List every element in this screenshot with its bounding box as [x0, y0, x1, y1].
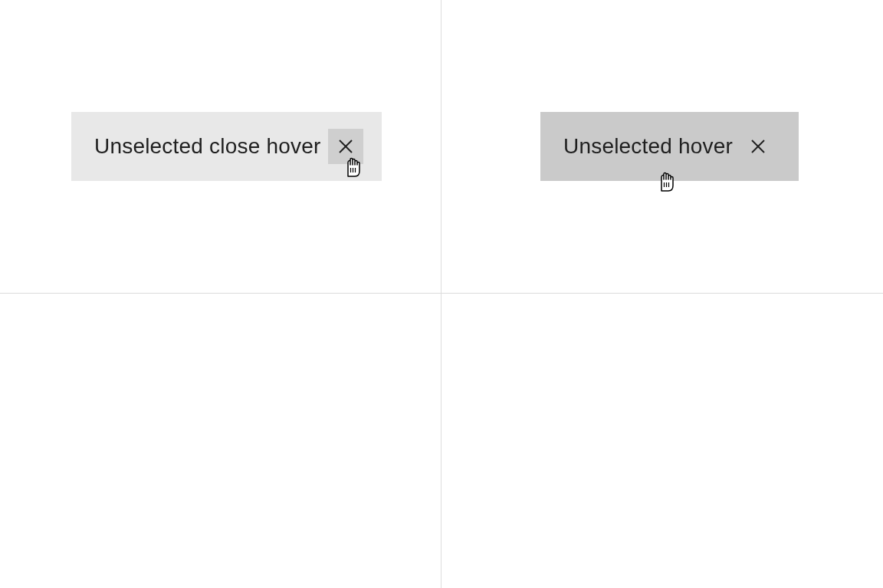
tag-label: Unselected close hover — [71, 134, 328, 159]
cell-hover: Unselected hover — [442, 0, 883, 294]
cell-disabled: Disabled — [442, 294, 883, 588]
tag-close-hover[interactable]: Unselected close hover — [71, 112, 382, 181]
tag-label: Unselected hover — [540, 134, 740, 159]
cell-focus: Unselected focus — [0, 294, 442, 588]
states-grid: Unselected close hover Unselected hover — [0, 0, 883, 588]
pointer-cursor-icon — [655, 168, 678, 194]
close-icon — [338, 139, 353, 154]
pointer-cursor-icon — [341, 153, 364, 179]
close-icon — [750, 139, 766, 154]
cell-close-hover: Unselected close hover — [0, 0, 442, 294]
close-button[interactable] — [740, 129, 776, 164]
